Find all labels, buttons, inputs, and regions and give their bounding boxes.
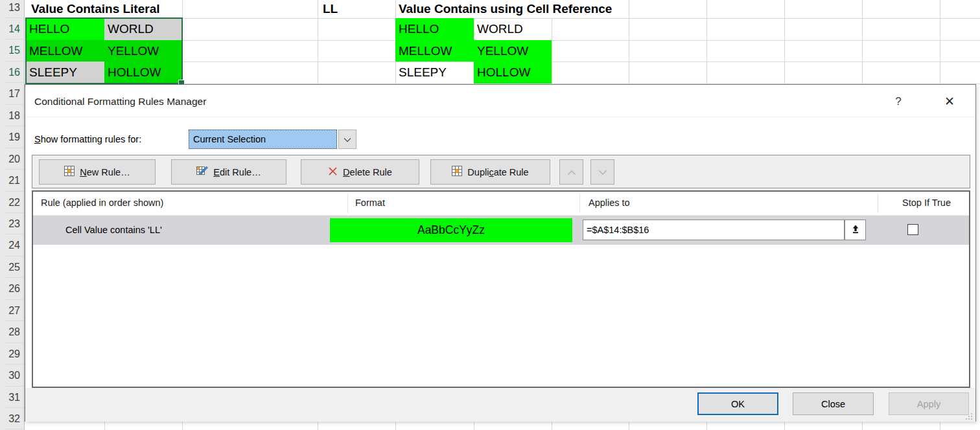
rules-toolbar: New Rule… Edit Rule… Delete Rule Duplica… — [32, 155, 970, 188]
help-button[interactable]: ? — [889, 93, 907, 111]
gridline — [395, 422, 396, 430]
rules-list: Rule (applied in order shown) Format App… — [32, 190, 970, 388]
row-header-column: 1314151617181920212223242526272829303132 — [0, 0, 25, 430]
row-header-29[interactable]: 29 — [4, 343, 24, 365]
gridline — [182, 422, 183, 430]
cell-e15[interactable]: MELLOW — [395, 40, 474, 62]
delete-rule-button[interactable]: Delete Rule — [301, 159, 419, 185]
scope-dropdown-button[interactable] — [338, 130, 356, 149]
edit-rule-label: Edit Rule… — [213, 167, 261, 177]
gridline — [784, 422, 785, 430]
row-header-30[interactable]: 30 — [4, 365, 24, 386]
dialog-footer: OK Close Apply — [25, 388, 975, 422]
table-grid-icon — [64, 166, 75, 178]
close-button[interactable]: Close — [793, 392, 874, 415]
gridline — [784, 0, 785, 84]
selection-border — [25, 17, 183, 84]
column-divider — [347, 194, 348, 213]
row-header-21[interactable]: 21 — [4, 170, 24, 191]
resize-grip[interactable] — [965, 412, 973, 420]
cell-f15[interactable]: YELLOW — [474, 40, 552, 62]
applies-to-input[interactable] — [583, 220, 845, 240]
label-rest: how formatting rules for: — [41, 134, 142, 144]
stop-if-true-checkbox[interactable] — [907, 224, 918, 235]
cell-e16[interactable]: SLEEPY — [395, 62, 474, 84]
label-accel: S — [34, 134, 41, 144]
row-header-31[interactable]: 31 — [4, 387, 24, 408]
row-header-13[interactable]: 13 — [4, 0, 24, 18]
cell-e13-header[interactable]: Value Contains using Cell Reference — [397, 0, 614, 18]
red-x-icon — [328, 166, 338, 178]
row-header-27[interactable]: 27 — [4, 300, 24, 321]
gridline — [318, 0, 318, 84]
edit-rule-button[interactable]: Edit Rule… — [171, 159, 286, 185]
row-header-28[interactable]: 28 — [4, 321, 24, 343]
column-header-applies-to: Applies to — [589, 198, 630, 208]
chevron-down-icon — [344, 134, 351, 144]
cell-e14[interactable]: HELLO — [395, 18, 474, 40]
ok-button[interactable]: OK — [697, 392, 778, 415]
column-divider — [878, 194, 878, 213]
gridline — [862, 0, 863, 84]
cell-f14[interactable]: WORLD — [474, 18, 552, 40]
chevron-down-icon — [598, 167, 607, 177]
row-header-23[interactable]: 23 — [4, 213, 24, 234]
column-header-stop-if-true: Stop If True — [902, 198, 951, 208]
gridline — [552, 422, 552, 430]
rule-description: Cell Value contains 'LL' — [65, 225, 162, 235]
new-rule-label: New Rule… — [80, 167, 130, 177]
excel-screen: 1314151617181920212223242526272829303132… — [0, 0, 980, 430]
apply-button[interactable]: Apply — [889, 392, 969, 415]
row-header-32[interactable]: 32 — [4, 408, 24, 429]
gridline — [104, 422, 105, 430]
row-header-16[interactable]: 16 — [4, 62, 24, 83]
collapse-dialog-button[interactable] — [845, 220, 866, 240]
gridline — [629, 0, 629, 84]
row-header-19[interactable]: 19 — [4, 126, 24, 148]
row-header-14[interactable]: 14 — [4, 18, 24, 40]
collapse-range-icon — [850, 224, 861, 236]
table-pencil-icon — [196, 166, 208, 178]
table-grid-icon — [452, 166, 462, 178]
row-header-15[interactable]: 15 — [4, 40, 24, 61]
format-preview: AaBbCcYyZz — [330, 218, 572, 242]
row-header-25[interactable]: 25 — [4, 256, 24, 278]
new-rule-button[interactable]: New Rule… — [39, 159, 156, 185]
row-header-17[interactable]: 17 — [4, 83, 24, 104]
dialog-title: Conditional Formatting Rules Manager — [34, 96, 206, 107]
gridline — [862, 422, 863, 430]
gridline — [706, 422, 707, 430]
gridline — [318, 422, 318, 430]
cell-d13-header[interactable]: LL — [321, 0, 340, 18]
delete-rule-label: Delete Rule — [343, 167, 392, 177]
gridline — [629, 422, 629, 430]
row-header-26[interactable]: 26 — [4, 278, 24, 299]
row-header-22[interactable]: 22 — [4, 192, 24, 213]
column-header-format: Format — [355, 198, 385, 208]
scope-dropdown-value[interactable]: Current Selection — [189, 130, 337, 149]
row-header-20[interactable]: 20 — [4, 148, 24, 170]
column-header-rule: Rule (applied in order shown) — [41, 198, 163, 208]
cell-f16[interactable]: HOLLOW — [474, 62, 552, 84]
rule-row-selected[interactable]: Cell Value contains 'LL' AaBbCcYyZz — [33, 216, 969, 245]
gridline — [706, 0, 707, 84]
conditional-formatting-rules-manager-dialog: Conditional Formatting Rules Manager ? ✕… — [25, 84, 976, 422]
gridline — [940, 422, 940, 430]
move-rule-down-button[interactable] — [590, 159, 614, 185]
duplicate-rule-button[interactable]: Duplicate Rule — [430, 159, 550, 185]
show-formatting-rules-label: Show formatting rules for: — [34, 134, 141, 144]
gridline — [940, 0, 940, 84]
duplicate-rule-label: Duplicate Rule — [467, 167, 528, 177]
scope-dropdown[interactable]: Current Selection — [189, 130, 356, 149]
chevron-up-icon — [567, 167, 576, 177]
row-header-24[interactable]: 24 — [4, 234, 24, 256]
title-divider — [25, 117, 975, 117]
close-icon[interactable]: ✕ — [938, 92, 961, 111]
gridline — [474, 422, 474, 430]
cell-a13-header[interactable]: Value Contains Literal — [29, 0, 162, 18]
column-divider — [579, 194, 580, 213]
move-rule-up-button[interactable] — [559, 159, 583, 185]
row-header-18[interactable]: 18 — [4, 105, 24, 126]
